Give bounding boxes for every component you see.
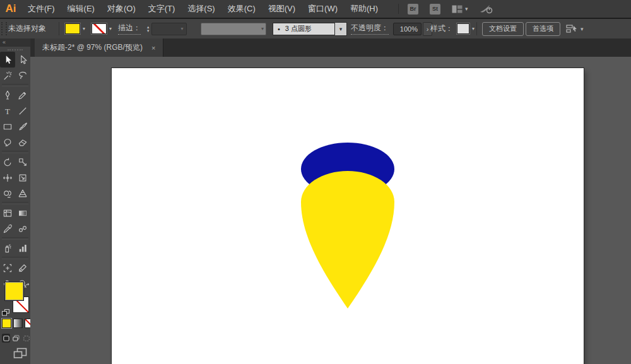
eyedropper-tool[interactable] xyxy=(0,221,15,237)
workspace-switcher-icon[interactable] xyxy=(452,5,463,13)
rotate-tool[interactable] xyxy=(0,154,15,170)
align-options-group[interactable]: ▾ xyxy=(566,19,586,38)
eraser-tool[interactable] xyxy=(15,134,30,150)
type-tool-icon: T xyxy=(2,105,13,117)
gpu-performance-icon[interactable] xyxy=(480,4,493,14)
control-bar-grip[interactable] xyxy=(1,22,7,35)
rotate-tool-icon xyxy=(2,156,13,168)
mesh-tool-icon xyxy=(2,208,13,219)
stroke-weight-select[interactable]: ▾ xyxy=(151,23,187,35)
opacity-group: 不透明度： 100% › xyxy=(351,19,432,38)
brush-definition-field[interactable]: • 3 点圆形 xyxy=(273,23,335,35)
opacity-input[interactable]: 100% xyxy=(393,23,422,35)
draw-inside-button[interactable] xyxy=(22,334,30,343)
perspective-grid-tool[interactable] xyxy=(15,185,30,201)
column-graph-tool[interactable] xyxy=(15,240,30,256)
menu-items: 文件(F)编辑(E)对象(O)文字(T)选择(S)效果(C)视图(V)窗口(W)… xyxy=(21,0,384,18)
stock-button[interactable]: St xyxy=(430,4,440,15)
collapse-panel-icon[interactable]: « xyxy=(3,39,6,45)
menu-item-8[interactable]: 帮助(H) xyxy=(344,0,384,18)
menu-item-4[interactable]: 选择(S) xyxy=(181,0,221,18)
draw-normal-button[interactable] xyxy=(2,334,10,343)
bridge-button[interactable]: Br xyxy=(408,4,418,15)
artboard-tool-icon xyxy=(2,262,13,274)
divider xyxy=(59,22,59,35)
width-profile-chevron-icon: ▾ xyxy=(261,26,264,32)
slice-tool[interactable] xyxy=(15,260,30,276)
canvas-workspace[interactable] xyxy=(30,57,631,364)
gradient-tool[interactable] xyxy=(15,205,30,221)
pencil-tool[interactable] xyxy=(15,87,30,103)
blend-tool[interactable] xyxy=(15,221,30,237)
magic-wand-tool[interactable] xyxy=(0,68,15,83)
fill-indicator-swatch[interactable] xyxy=(4,281,24,301)
fill-color-control[interactable]: ▾ xyxy=(65,19,85,38)
swap-fill-stroke-icon[interactable] xyxy=(24,281,30,292)
stroke-chevron-icon[interactable]: ▾ xyxy=(109,26,112,32)
eyedropper-tool-icon xyxy=(2,223,13,235)
free-transform-tool[interactable] xyxy=(15,170,30,185)
tools-panel-grip[interactable] xyxy=(8,49,23,50)
fill-chevron-icon[interactable]: ▾ xyxy=(83,26,85,32)
artboard[interactable] xyxy=(112,68,584,364)
draw-mode-buttons xyxy=(2,334,30,343)
stroke-none-swatch[interactable] xyxy=(91,23,107,34)
blob-brush-tool[interactable] xyxy=(0,134,15,150)
brush-chevron-icon[interactable]: ▾ xyxy=(335,22,347,36)
tab-close-icon[interactable]: × xyxy=(151,44,155,52)
tool-group-separator xyxy=(2,202,28,204)
document-setup-button[interactable]: 文档设置 xyxy=(482,22,524,36)
pen-tool[interactable] xyxy=(0,87,15,103)
stroke-color-control[interactable]: ▾ xyxy=(91,19,112,38)
selection-status: 未选择对象 xyxy=(8,19,46,38)
tools-panel-header[interactable]: « xyxy=(0,38,30,47)
screen-mode-icon[interactable] xyxy=(13,347,28,362)
style-swatch[interactable] xyxy=(457,23,469,34)
mesh-tool[interactable] xyxy=(0,205,15,221)
direct-selection-tool[interactable] xyxy=(15,52,30,68)
rectangle-tool[interactable] xyxy=(0,119,15,134)
yellow-pin-shape[interactable] xyxy=(301,171,394,308)
line-segment-tool[interactable] xyxy=(15,103,30,119)
align-chevron-icon[interactable]: ▾ xyxy=(581,26,584,32)
menu-item-2[interactable]: 对象(O) xyxy=(101,0,142,18)
preferences-button[interactable]: 首选项 xyxy=(526,22,560,36)
menu-item-3[interactable]: 文字(T) xyxy=(142,0,182,18)
lasso-tool-icon xyxy=(17,70,28,81)
menu-item-5[interactable]: 效果(C) xyxy=(221,0,262,18)
width-tool[interactable] xyxy=(0,170,15,185)
workspace-chevron-icon[interactable]: ▾ xyxy=(465,6,468,12)
color-button[interactable] xyxy=(2,319,11,328)
stroke-weight-group: 描边： ▴▾ ▾ xyxy=(118,19,187,38)
lasso-tool[interactable] xyxy=(15,68,30,83)
opacity-label[interactable]: 不透明度： xyxy=(351,23,389,35)
stroke-weight-stepper[interactable]: ▴▾ xyxy=(147,25,150,33)
control-bar: 未选择对象 ▾ ▾ 描边： ▴▾ ▾ ▾ • 3 点圆形 ▾ 不透明度： 100… xyxy=(0,19,631,39)
type-tool[interactable]: T xyxy=(0,103,15,119)
gradient-button[interactable] xyxy=(13,319,23,328)
svg-text:T: T xyxy=(5,107,10,115)
menu-item-7[interactable]: 窗口(W) xyxy=(302,0,344,18)
fill-color-swatch[interactable] xyxy=(65,23,80,34)
artboard-tool[interactable] xyxy=(0,260,15,276)
scale-tool[interactable] xyxy=(15,154,30,170)
tool-group-separator xyxy=(2,257,28,259)
style-group: 样式： ▾ xyxy=(430,19,475,38)
paintbrush-tool[interactable] xyxy=(15,119,30,134)
stroke-weight-label[interactable]: 描边： xyxy=(118,23,141,35)
default-fill-stroke-icon[interactable] xyxy=(2,307,9,319)
selection-tool[interactable] xyxy=(0,52,15,68)
draw-behind-button[interactable] xyxy=(12,334,20,343)
rectangle-tool-icon xyxy=(2,121,13,132)
scale-tool-icon xyxy=(17,156,28,168)
line-segment-tool-icon xyxy=(17,105,28,117)
menu-item-6[interactable]: 视图(V) xyxy=(262,0,302,18)
menu-item-0[interactable]: 文件(F) xyxy=(21,0,61,18)
symbol-sprayer-tool[interactable] xyxy=(0,240,15,256)
shape-builder-tool[interactable] xyxy=(0,185,15,201)
menu-item-1[interactable]: 编辑(E) xyxy=(61,0,101,18)
style-chevron-icon[interactable]: ▾ xyxy=(472,26,475,32)
tools-panel: « T xyxy=(0,38,31,364)
menu-bar: Ai 文件(F)编辑(E)对象(O)文字(T)选择(S)效果(C)视图(V)窗口… xyxy=(0,0,631,19)
document-tab[interactable]: 未标题-2* @ 97% (RGB/预览) × xyxy=(35,38,163,57)
